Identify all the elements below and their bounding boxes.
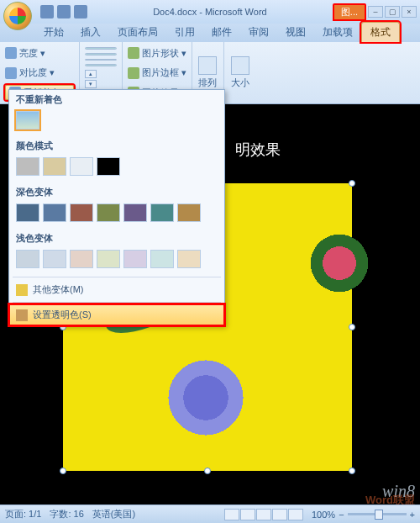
- view-draft[interactable]: [288, 509, 303, 520]
- office-button[interactable]: [3, 2, 32, 30]
- swatch-light-7[interactable]: [177, 250, 201, 268]
- tab-references[interactable]: 引用: [166, 23, 203, 42]
- picture-border-button[interactable]: 图片边框 ▾: [142, 66, 186, 79]
- swatch-light-3[interactable]: [70, 250, 93, 268]
- tab-insert[interactable]: 插入: [72, 23, 109, 42]
- maximize-button[interactable]: ▢: [385, 6, 400, 18]
- document-text: 明效果: [235, 140, 281, 160]
- menu-more-variants[interactable]: 其他变体(M): [9, 279, 224, 300]
- swatch-dark-7[interactable]: [177, 203, 201, 222]
- swatch-dark-2[interactable]: [43, 203, 66, 222]
- ribbon-tabs: 开始 插入 页面布局 引用 邮件 审阅 视图 加载项 格式: [0, 24, 420, 42]
- section-no-recolor: 不重新着色: [9, 90, 224, 108]
- swatch-light-6[interactable]: [150, 250, 174, 268]
- status-words[interactable]: 字数: 16: [50, 508, 83, 520]
- swatch-dark-1[interactable]: [16, 203, 39, 222]
- tab-format[interactable]: 格式: [361, 22, 400, 42]
- contrast-icon: [5, 67, 17, 79]
- picture-style-2[interactable]: [85, 53, 117, 55]
- picture-content-violet: [147, 351, 265, 444]
- tab-mailings[interactable]: 邮件: [203, 23, 240, 42]
- zoom-slider[interactable]: [348, 513, 407, 515]
- swatch-washout[interactable]: [70, 157, 93, 176]
- swatch-dark-4[interactable]: [97, 203, 120, 222]
- window-title: Doc4.docx - Microsoft Word: [87, 7, 333, 17]
- tab-layout[interactable]: 页面布局: [109, 23, 166, 42]
- section-light-variants: 浅色变体: [9, 229, 224, 246]
- recolor-dropdown: 不重新着色 颜色模式 深色变体 浅色变体 其他变体(M) 设置透明色(S): [8, 89, 225, 326]
- status-page[interactable]: 页面: 1/1: [5, 508, 41, 520]
- arrange-icon: [198, 56, 217, 75]
- swatch-gray[interactable]: [16, 157, 39, 176]
- swatch-sepia[interactable]: [43, 157, 66, 176]
- picture-style-4[interactable]: [85, 64, 117, 66]
- eyedropper-icon: [16, 309, 28, 321]
- tab-review[interactable]: 审阅: [240, 23, 277, 42]
- zoom-in-button[interactable]: +: [410, 510, 415, 520]
- view-web-layout[interactable]: [256, 509, 271, 520]
- contrast-button[interactable]: 对比度 ▾: [19, 66, 55, 79]
- view-outline[interactable]: [272, 509, 287, 520]
- close-button[interactable]: ×: [402, 6, 417, 18]
- swatch-dark-3[interactable]: [70, 203, 93, 222]
- swatch-original[interactable]: [16, 111, 39, 129]
- swatch-bw[interactable]: [97, 157, 120, 176]
- style-scroll-up[interactable]: ▴: [85, 70, 97, 78]
- qat-undo-icon[interactable]: [57, 5, 71, 18]
- picture-shape-icon: [128, 47, 139, 59]
- section-color-mode: 颜色模式: [9, 136, 224, 154]
- size-button[interactable]: 大小: [231, 77, 249, 89]
- minimize-button[interactable]: –: [368, 6, 383, 18]
- zoom-out-button[interactable]: −: [339, 510, 344, 520]
- menu-set-transparent-color[interactable]: 设置透明色(S): [9, 304, 224, 325]
- picture-content-rose: [302, 234, 377, 293]
- brightness-icon: [5, 47, 17, 59]
- resize-handle-sw[interactable]: [60, 468, 66, 474]
- palette-icon: [16, 284, 28, 296]
- picture-style-1[interactable]: [85, 47, 117, 50]
- style-scroll-down[interactable]: ▾: [85, 80, 97, 88]
- swatch-light-4[interactable]: [97, 250, 120, 268]
- view-print-layout[interactable]: [224, 509, 239, 520]
- resize-handle-ne[interactable]: [349, 180, 355, 187]
- picture-shape-button[interactable]: 图片形状 ▾: [142, 47, 186, 60]
- swatch-light-5[interactable]: [123, 250, 147, 268]
- swatch-light-1[interactable]: [16, 250, 39, 268]
- picture-style-3[interactable]: [85, 59, 117, 61]
- contextual-tab-picture[interactable]: 图...: [333, 3, 366, 21]
- section-dark-variants: 深色变体: [9, 182, 224, 200]
- tab-home[interactable]: 开始: [35, 23, 72, 42]
- qat-redo-icon[interactable]: [74, 5, 87, 18]
- swatch-light-2[interactable]: [43, 250, 66, 268]
- view-full-screen[interactable]: [240, 509, 255, 520]
- tab-addins[interactable]: 加载项: [314, 23, 361, 42]
- swatch-dark-5[interactable]: [123, 203, 147, 222]
- brightness-button[interactable]: 亮度 ▾: [19, 47, 45, 60]
- picture-border-icon: [128, 67, 139, 79]
- arrange-button[interactable]: 排列: [198, 77, 217, 89]
- resize-handle-s[interactable]: [204, 468, 211, 474]
- swatch-dark-6[interactable]: [150, 203, 174, 222]
- qat-save-icon[interactable]: [40, 5, 54, 18]
- resize-handle-se[interactable]: [349, 468, 355, 474]
- status-language[interactable]: 英语(美国): [92, 508, 135, 520]
- resize-handle-e[interactable]: [349, 324, 355, 330]
- size-icon: [231, 56, 249, 75]
- zoom-level[interactable]: 100%: [312, 510, 335, 520]
- tab-view[interactable]: 视图: [277, 23, 314, 42]
